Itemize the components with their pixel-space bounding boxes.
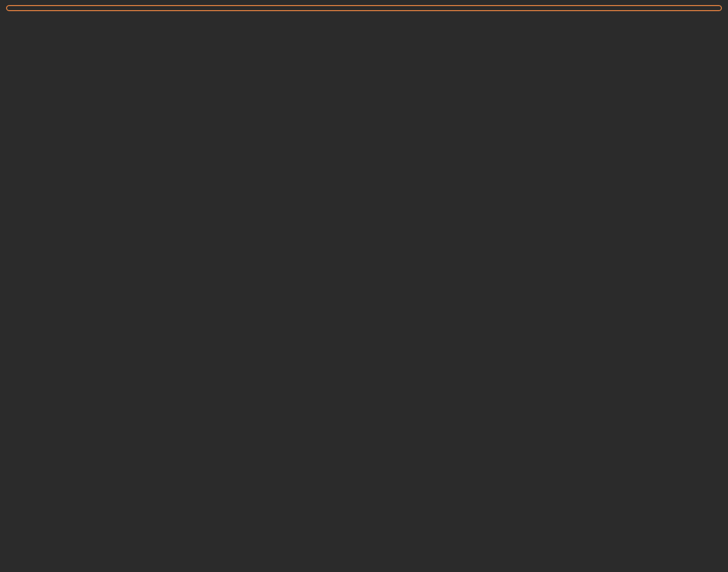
code-viewer [0,0,728,572]
highlighted-block [6,5,722,11]
